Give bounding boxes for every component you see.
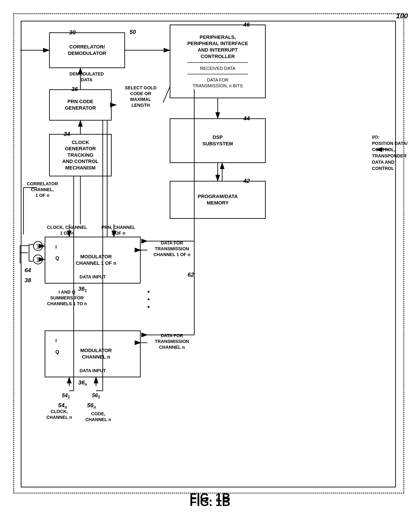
sigma-symbol-2: ∑ xyxy=(36,257,40,262)
clock-channel-1-label: CLOCK, CHANNEL1 OF n xyxy=(45,224,89,236)
clock-channel-n-label: CLOCK,CHANNEL n xyxy=(41,409,77,420)
q-label-chn: Q xyxy=(55,349,59,355)
ref-36-n: 36n xyxy=(78,379,87,387)
program-memory-box: PROGRAM/DATAMEMORY xyxy=(170,181,266,219)
ref-56-1-label: 561 xyxy=(83,392,109,400)
peripherals-box: PERIPHERALS,PERIPHERAL INTERFACEAND INTE… xyxy=(170,24,266,98)
peripherals-label: PERIPHERALS,PERIPHERAL INTERFACEAND INTE… xyxy=(187,34,248,60)
ref-64: 64 xyxy=(24,267,31,274)
ref-30: 30 xyxy=(69,29,76,36)
ref-56n: 56n xyxy=(87,402,96,410)
sigma-circle-1: ∑ xyxy=(33,241,43,251)
modulator-chn-label: MODULATORCHANNEL n xyxy=(80,347,112,360)
ref-54n: 54n xyxy=(58,402,67,410)
ref-38: 38 xyxy=(24,277,31,284)
i-and-q-summers-label: I AND QSUMMERS FORCHANNELS 1 TO n xyxy=(42,289,92,307)
sigma-circle-2: ∑ xyxy=(33,254,43,264)
modulator-ch1-box: I Q MODULATORCHANNEL 1 OF n DATA INPUT xyxy=(45,237,141,284)
q-label-ch1: Q xyxy=(55,255,59,261)
data-trans-chn-label: DATA FORTRANSMISSIONCHANNEL n xyxy=(147,333,197,350)
program-memory-label: PROGRAM/DATAMEMORY xyxy=(198,193,238,206)
ref-62: 62 xyxy=(188,271,194,278)
clock-gen-label: CLOCKGENERATORTRACKINGAND CONTROLMECHANI… xyxy=(62,139,99,171)
ref-36: 36 xyxy=(71,86,78,93)
ref-46: 46 xyxy=(243,21,250,28)
ref-54-1-label: 541 xyxy=(53,392,79,400)
select-gold-label: SELECT GOLDCODE ORMAXIMALLENGTH xyxy=(116,85,165,108)
demodulated-data-label: DEMODULATEDDATA xyxy=(53,71,120,83)
ref-100: 100 xyxy=(396,12,408,20)
correlator-channel-label: CORRELATORCHANNEL,1 OF n xyxy=(20,181,65,198)
data-input-ch1-label: DATA INPUT xyxy=(79,274,106,280)
i-label-ch1: I xyxy=(55,244,57,250)
data-transmission-label: DATA FORTRANSMISSION, n BITS xyxy=(187,77,248,89)
figure-label: FIG. 1B xyxy=(190,491,230,504)
i-label-chn: I xyxy=(55,338,57,344)
code-channel-n-label: CODE,CHANNEL n xyxy=(82,411,115,422)
ref-44: 44 xyxy=(243,115,250,122)
sigma-symbol-1: ∑ xyxy=(36,243,40,249)
dsp-label: DSPSUBSYSTEM xyxy=(203,134,233,147)
modulator-ch1-label: MODULATORCHANNEL 1 OF n xyxy=(76,254,116,266)
correlator-demodulator-box: CORRELATOR/DEMODULATOR xyxy=(49,32,125,68)
io-label: I/O:POSITION DATA/CONTROL,TRANSPONDERDAT… xyxy=(372,134,412,171)
ref-34: 34 xyxy=(64,130,70,138)
prn-channel-1-label: PRN, CHANNEL1 OF n xyxy=(96,224,141,236)
ref-50: 50 xyxy=(130,29,136,36)
correlator-demodulator-label: CORRELATOR/DEMODULATOR xyxy=(68,44,106,56)
prn-code-box: PRN CODEGENERATOR xyxy=(49,89,112,121)
dots-label: ••• xyxy=(147,288,151,311)
modulator-chn-box: I Q MODULATORCHANNEL n DATA INPUT xyxy=(45,330,141,377)
clock-gen-box: CLOCKGENERATORTRACKINGAND CONTROLMECHANI… xyxy=(49,134,112,177)
ref-42: 42 xyxy=(243,177,250,184)
prn-code-label: PRN CODEGENERATOR xyxy=(65,99,96,111)
data-input-chn-label: DATA INPUT xyxy=(79,368,106,373)
data-trans-ch1-label: DATA FORTRANSMISSIONCHANNEL 1 OF n xyxy=(147,240,197,257)
dsp-box: DSPSUBSYSTEM xyxy=(170,118,266,163)
received-data-label: RECEIVED DATA xyxy=(187,65,248,71)
